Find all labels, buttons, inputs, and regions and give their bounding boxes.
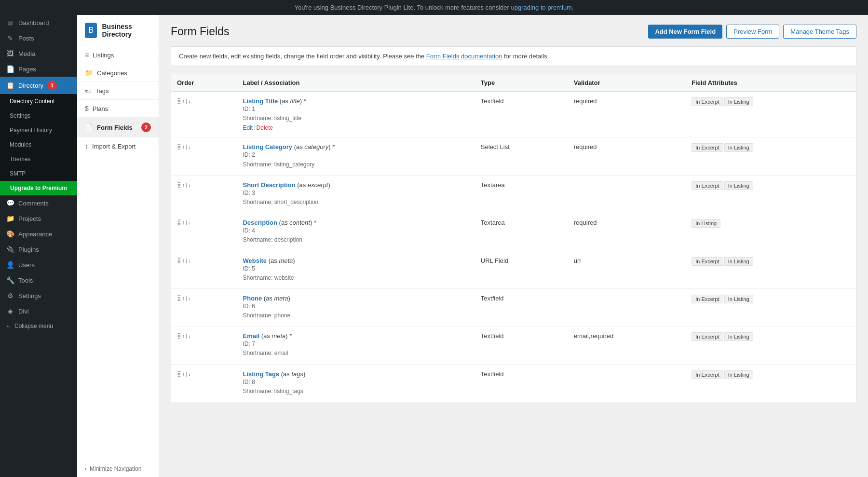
order-down-2[interactable]: ↓ (188, 144, 191, 150)
drag-handle-4[interactable]: ⣿ (177, 219, 181, 226)
drag-handle-6[interactable]: ⣿ (177, 295, 181, 301)
drag-handle-1[interactable]: ⣿ (177, 97, 181, 104)
badge-in-excerpt-5: In Excerpt (692, 257, 723, 266)
drag-handle-2[interactable]: ⣿ (177, 143, 181, 150)
order-up-4[interactable]: ↑ (182, 219, 185, 225)
edit-link-1[interactable]: Edit (243, 124, 253, 131)
sidebar-item-comments[interactable]: 💬 Comments (0, 195, 77, 211)
order-controls-4: ⣿ ↑ | ↓ (177, 219, 231, 226)
order-controls-3: ⣿ ↑ | ↓ (177, 181, 231, 188)
field-label-4[interactable]: Description (243, 219, 277, 226)
order-up-6[interactable]: ↑ (182, 295, 185, 301)
order-up-5[interactable]: ↑ (182, 258, 185, 263)
order-down-1[interactable]: ↓ (188, 98, 191, 104)
collapse-icon: ← (6, 323, 12, 329)
field-shortname-5: Shortname: website (243, 273, 469, 283)
minimize-nav-button[interactable]: ‹ Minimize Navigation (77, 461, 159, 477)
form-fields-badge: 2 (141, 123, 151, 132)
order-down-3[interactable]: ↓ (188, 182, 191, 188)
field-label-8[interactable]: Listing Tags (243, 370, 279, 378)
cell-validator-6 (568, 288, 686, 326)
order-down-7[interactable]: ↓ (188, 333, 191, 339)
sidebar-item-themes[interactable]: Themes (0, 152, 77, 166)
collapse-menu-button[interactable]: ← Collapse menu (0, 319, 77, 333)
drag-handle-5[interactable]: ⣿ (177, 257, 181, 264)
sidebar-item-pages[interactable]: 📄 Pages (0, 61, 77, 77)
sidebar-item-tools[interactable]: 🔧 Tools (0, 273, 77, 288)
cell-badges-7: In ExcerptIn Listing (686, 327, 856, 364)
posts-icon: ✎ (6, 34, 14, 42)
order-down-5[interactable]: ↓ (188, 258, 191, 263)
badge-in-listing-5: In Listing (724, 257, 753, 266)
cell-label-1: Listing Title (as title) * ID: 1 Shortna… (237, 92, 475, 137)
sub-sidebar-item-categories[interactable]: 📁 Categories (77, 64, 159, 82)
sub-sidebar-item-listings[interactable]: ≡ Listings (77, 46, 159, 64)
field-id-4: ID: 4 (243, 226, 469, 235)
field-label-5[interactable]: Website (243, 257, 267, 264)
directory-logo: B (85, 23, 97, 38)
sidebar-item-directory-content[interactable]: Directory Content (0, 94, 77, 109)
pages-icon: 📄 (6, 65, 14, 73)
field-id-6: ID: 6 (243, 302, 469, 311)
listings-icon: ≡ (85, 51, 89, 59)
field-label-7[interactable]: Email (243, 332, 259, 340)
sub-sidebar-item-form-fields[interactable]: 📄 Form Fields 2 (77, 118, 159, 137)
upgrade-link[interactable]: upgrading to premium (511, 4, 571, 11)
drag-handle-8[interactable]: ⣿ (177, 370, 181, 377)
upgrade-to-premium-button[interactable]: Upgrade to Premium (0, 181, 77, 195)
dashboard-icon: ⊞ (6, 19, 14, 27)
projects-icon: 📁 (6, 215, 14, 222)
sidebar-item-plugins[interactable]: 🔌 Plugins (0, 242, 77, 257)
import-export-label: Import & Export (92, 143, 136, 150)
order-down-8[interactable]: ↓ (188, 371, 191, 377)
sub-sidebar-item-import-export[interactable]: ↕ Import & Export (77, 137, 159, 155)
sidebar-item-modules[interactable]: Modules (0, 137, 77, 152)
sidebar-item-media[interactable]: 🖼 Media (0, 46, 77, 61)
form-fields-doc-link[interactable]: Form Fields documentation (426, 53, 502, 60)
field-label-3[interactable]: Short Description (243, 181, 295, 189)
drag-handle-7[interactable]: ⣿ (177, 332, 181, 339)
sidebar-item-settings[interactable]: Settings (0, 109, 77, 123)
sub-sidebar-item-tags[interactable]: 🏷 Tags (77, 82, 159, 100)
preview-form-button[interactable]: Preview Form (726, 25, 779, 39)
sub-sidebar-item-plans[interactable]: $ Plans (77, 100, 159, 118)
drag-handle-3[interactable]: ⣿ (177, 181, 181, 188)
plugins-label: Plugins (18, 246, 39, 253)
field-label-6[interactable]: Phone (243, 295, 262, 302)
field-label-2[interactable]: Listing Category (243, 143, 292, 150)
add-new-form-field-button[interactable]: Add New Form Field (648, 25, 722, 39)
sidebar-item-dashboard[interactable]: ⊞ Dashboard (0, 15, 77, 30)
order-down-6[interactable]: ↓ (188, 295, 191, 301)
sidebar-item-users[interactable]: 👤 Users (0, 257, 77, 273)
tools-label: Tools (18, 277, 33, 284)
field-label-1[interactable]: Listing Title (243, 97, 278, 105)
sidebar-item-settings-main[interactable]: ⚙ Settings (0, 288, 77, 303)
directory-icon: 📋 (6, 82, 14, 89)
cell-type-6: Textfield (475, 288, 568, 326)
description-text: Create new fields, edit existing fields,… (179, 53, 426, 60)
sidebar-item-appearance[interactable]: 🎨 Appearance (0, 226, 77, 242)
badge-in-listing-7: In Listing (724, 332, 753, 341)
listings-label: Listings (93, 52, 114, 59)
order-up-2[interactable]: ↑ (182, 144, 185, 150)
order-down-4[interactable]: ↓ (188, 219, 191, 225)
cell-order-3: ⣿ ↑ | ↓ (171, 175, 237, 213)
top-banner: You're using Business Directory Plugin L… (0, 0, 868, 15)
settings-sub-label: Settings (10, 112, 30, 119)
sidebar-item-projects[interactable]: 📁 Projects (0, 211, 77, 226)
order-up-1[interactable]: ↑ (182, 98, 185, 104)
sidebar-item-smtp[interactable]: SMTP (0, 166, 77, 181)
manage-theme-tags-button[interactable]: Manage Theme Tags (783, 25, 856, 39)
sidebar-item-posts[interactable]: ✎ Posts (0, 30, 77, 46)
sidebar-item-directory[interactable]: 📋 Directory 1 (0, 77, 77, 94)
badge-in-listing-8: In Listing (724, 370, 753, 379)
cell-validator-2: required (568, 137, 686, 175)
table-row: ⣿ ↑ | ↓ Listing Category (as category) *… (171, 137, 856, 175)
sidebar-item-payment-history[interactable]: Payment History (0, 123, 77, 137)
delete-link-1[interactable]: Delete (257, 124, 273, 131)
form-fields-table-wrap: Order Label / Association Type Validator… (171, 74, 856, 402)
order-up-7[interactable]: ↑ (182, 333, 185, 339)
order-up-3[interactable]: ↑ (182, 182, 185, 188)
order-up-8[interactable]: ↑ (182, 371, 185, 377)
sidebar-item-divi[interactable]: ◈ Divi (0, 303, 77, 319)
